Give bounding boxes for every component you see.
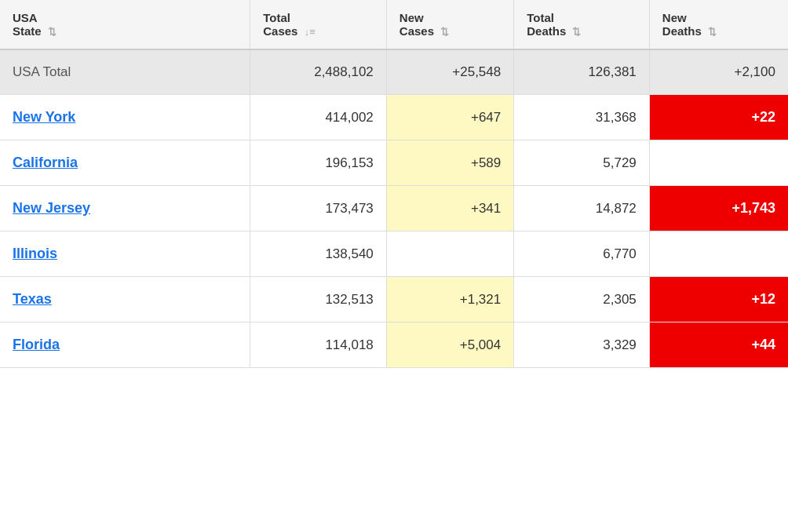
total-cases-cell: 414,002 — [250, 95, 387, 140]
state-cell: New Jersey — [0, 186, 250, 231]
total-cases-cell: 132,513 — [250, 277, 387, 322]
sort-icon-total-deaths[interactable]: ⇅ — [572, 26, 581, 38]
table-row: Illinois138,5406,770 — [0, 231, 788, 277]
state-link[interactable]: Texas — [13, 291, 52, 307]
new-cases-cell — [386, 231, 513, 277]
total-deaths-cell: 31,368 — [514, 95, 650, 140]
covid-table: USA State ⇅ Total Cases ↓≡ New Cases ⇅ T… — [0, 0, 788, 368]
total-deaths-cell: 5,729 — [514, 140, 650, 186]
new-cases-cell: +1,321 — [386, 277, 513, 322]
state-cell: California — [0, 140, 250, 186]
total-deaths-cell: 2,305 — [514, 277, 650, 322]
usa-total-deaths: 126,381 — [514, 49, 650, 95]
table-row: New Jersey173,473+34114,872+1,743 — [0, 186, 788, 231]
new-cases-cell: +5,004 — [386, 322, 513, 368]
state-link[interactable]: New York — [13, 109, 75, 125]
new-cases-cell: +647 — [386, 95, 513, 140]
sort-icon-total-cases[interactable]: ↓≡ — [305, 26, 316, 38]
new-deaths-cell: +22 — [649, 95, 788, 140]
header-total-deaths[interactable]: Total Deaths ⇅ — [514, 0, 650, 49]
total-cases-cell: 173,473 — [250, 186, 387, 231]
usa-total-row: USA Total 2,488,102 +25,548 126,381 +2,1… — [0, 49, 788, 95]
header-new-cases[interactable]: New Cases ⇅ — [386, 0, 513, 49]
sort-icon-state[interactable]: ⇅ — [48, 26, 57, 38]
state-link[interactable]: California — [13, 155, 78, 170]
usa-total-label: USA Total — [0, 49, 250, 95]
sort-icon-new-deaths[interactable]: ⇅ — [708, 26, 717, 38]
table-header: USA State ⇅ Total Cases ↓≡ New Cases ⇅ T… — [0, 0, 788, 49]
header-total-cases[interactable]: Total Cases ↓≡ — [250, 0, 387, 49]
new-cases-cell: +589 — [386, 140, 513, 186]
state-link[interactable]: New Jersey — [13, 200, 90, 216]
new-deaths-cell — [649, 231, 788, 277]
state-cell: Texas — [0, 277, 250, 322]
total-deaths-cell: 6,770 — [514, 231, 650, 277]
table-row: New York414,002+64731,368+22 — [0, 95, 788, 140]
header-new-deaths[interactable]: New Deaths ⇅ — [649, 0, 788, 49]
state-cell: Florida — [0, 322, 250, 368]
usa-new-deaths: +2,100 — [649, 49, 788, 95]
total-deaths-cell: 3,329 — [514, 322, 650, 368]
state-cell: Illinois — [0, 231, 250, 277]
state-link[interactable]: Illinois — [13, 246, 57, 261]
new-cases-cell: +341 — [386, 186, 513, 231]
total-cases-cell: 138,540 — [250, 231, 387, 277]
state-cell: New York — [0, 95, 250, 140]
total-cases-cell: 114,018 — [250, 322, 387, 368]
table-row: California196,153+5895,729 — [0, 140, 788, 186]
usa-total-cases: 2,488,102 — [250, 49, 387, 95]
total-cases-cell: 196,153 — [250, 140, 387, 186]
sort-icon-new-cases[interactable]: ⇅ — [440, 26, 449, 38]
new-deaths-cell: +44 — [649, 322, 788, 368]
header-state[interactable]: USA State ⇅ — [0, 0, 250, 49]
table-row: Texas132,513+1,3212,305+12 — [0, 277, 788, 322]
new-deaths-cell — [649, 140, 788, 186]
table-row: Florida114,018+5,0043,329+44 — [0, 322, 788, 368]
usa-new-cases: +25,548 — [386, 49, 513, 95]
total-deaths-cell: 14,872 — [514, 186, 650, 231]
new-deaths-cell: +12 — [649, 277, 788, 322]
state-link[interactable]: Florida — [13, 337, 60, 352]
new-deaths-cell: +1,743 — [649, 186, 788, 231]
